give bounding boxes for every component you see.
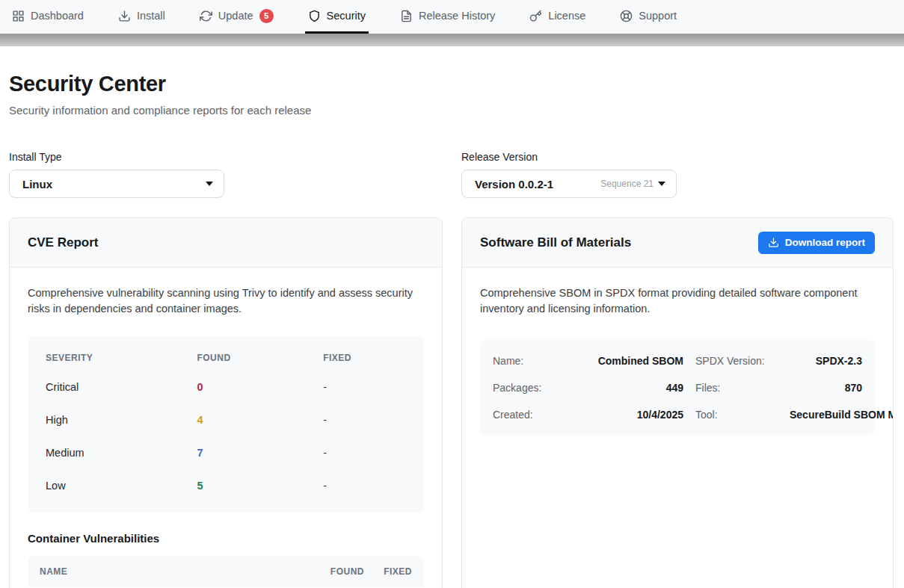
sbom-name-value: Combined SBOM: [571, 355, 683, 367]
cve-report-card: CVE Report Comprehensive vulnerability s…: [9, 217, 443, 588]
severity-column-header: Severity: [46, 353, 197, 363]
main-content: Security Center Security information and…: [0, 72, 904, 588]
release-version-label: Release Version: [461, 151, 894, 163]
found-count: 4: [197, 414, 323, 426]
cve-report-body: Comprehensive vulnerability scanning usi…: [10, 267, 442, 588]
nav-label: Support: [639, 10, 677, 22]
download-icon: [768, 237, 779, 248]
nav-label: Dashboard: [31, 10, 84, 22]
fixed-count: -: [323, 480, 406, 492]
nav-item-install[interactable]: Install: [115, 0, 168, 34]
release-version-value: Version 0.0.2-1: [475, 178, 600, 191]
fixed-count: -: [323, 381, 406, 393]
sbom-info-grid: Name: Combined SBOM SPDX Version: SPDX-2…: [480, 340, 875, 436]
severity-table: Severity Found Fixed Critical 0 - High 4…: [28, 336, 424, 513]
nav-item-release-history[interactable]: Release History: [397, 0, 498, 34]
sbom-spdx-version-label: SPDX Version:: [695, 355, 778, 367]
sbom-info-row: Name: Combined SBOM SPDX Version: SPDX-2…: [493, 347, 862, 374]
download-icon: [118, 10, 131, 22]
nav-label: Install: [137, 10, 165, 22]
severity-row-high: High 4 -: [46, 403, 406, 436]
sbom-files-label: Files:: [695, 382, 778, 394]
cve-report-title: CVE Report: [28, 235, 98, 250]
nav-item-license[interactable]: License: [526, 0, 588, 34]
fixed-count: -: [323, 447, 406, 459]
sbom-body: Comprehensive SBOM in SPDX format provid…: [462, 267, 893, 454]
shield-icon: [308, 10, 321, 22]
severity-name: Low: [46, 480, 197, 492]
nav-label: Update: [218, 10, 253, 22]
severity-row-medium: Medium 7 -: [46, 436, 406, 469]
cve-report-description: Comprehensive vulnerability scanning usi…: [28, 285, 424, 317]
header-shadow-band: [0, 34, 904, 46]
top-navigation: Dashboard Install Update 5 Security Rele…: [0, 0, 904, 34]
filters-row: Install Type Linux Release Version Versi…: [9, 151, 895, 198]
download-report-label: Download report: [785, 237, 865, 248]
fixed-column-header: Fixed: [376, 566, 412, 577]
container-vulnerabilities-table-header: Name Found Fixed: [28, 556, 424, 587]
life-buoy-icon: [620, 10, 633, 22]
sbom-tool-label: Tool:: [695, 409, 778, 421]
nav-item-dashboard[interactable]: Dashboard: [9, 0, 87, 34]
sbom-packages-value: 449: [571, 382, 683, 394]
fixed-column-header: Fixed: [323, 353, 406, 363]
grid-icon: [12, 10, 25, 22]
nav-item-update[interactable]: Update 5: [197, 0, 277, 34]
nav-label: Release History: [419, 10, 495, 22]
sbom-info-row: Packages: 449 Files: 870: [493, 374, 862, 401]
release-version-filter: Release Version Version 0.0.2-1 Sequence…: [461, 151, 894, 198]
sbom-card: Software Bill of Materials Download repo…: [461, 217, 894, 588]
sbom-description: Comprehensive SBOM in SPDX format provid…: [480, 285, 875, 317]
install-type-value: Linux: [22, 178, 206, 191]
page-subtitle: Security information and compliance repo…: [9, 104, 895, 117]
severity-name: Critical: [46, 381, 197, 393]
refresh-icon: [200, 10, 212, 22]
nav-label: License: [548, 10, 585, 22]
sbom-tool-value: SecureBuild SBOM Merger: [790, 409, 894, 421]
nav-item-security[interactable]: Security: [305, 0, 369, 34]
nav-label: Security: [327, 10, 366, 22]
install-type-filter: Install Type Linux: [9, 151, 443, 198]
found-count: 7: [197, 447, 323, 459]
sbom-created-label: Created:: [493, 409, 559, 421]
sbom-title: Software Bill of Materials: [480, 235, 631, 250]
chevron-down-icon: [658, 182, 665, 186]
severity-name: High: [46, 414, 197, 426]
severity-table-header: Severity Found Fixed: [46, 345, 406, 371]
found-count: 0: [197, 381, 323, 393]
sbom-spdx-version-value: SPDX-2.3: [790, 355, 862, 367]
download-report-button[interactable]: Download report: [758, 232, 875, 254]
key-icon: [529, 10, 542, 22]
found-column-header: Found: [319, 566, 364, 577]
install-type-select[interactable]: Linux: [9, 170, 224, 198]
file-text-icon: [400, 10, 413, 22]
cards-row: CVE Report Comprehensive vulnerability s…: [9, 217, 895, 588]
sbom-files-value: 870: [790, 382, 862, 394]
install-type-label: Install Type: [9, 151, 443, 163]
sbom-info-row: Created: 10/4/2025 Tool: SecureBuild SBO…: [493, 401, 862, 428]
found-count: 5: [197, 480, 323, 492]
sbom-packages-label: Packages:: [493, 382, 559, 394]
sbom-header: Software Bill of Materials Download repo…: [462, 218, 893, 267]
fixed-count: -: [323, 414, 406, 426]
update-count-badge: 5: [259, 9, 274, 23]
severity-row-low: Low 5 -: [46, 469, 406, 502]
release-version-select[interactable]: Version 0.0.2-1 Sequence 21: [461, 170, 677, 198]
chevron-down-icon: [206, 182, 213, 186]
nav-item-support[interactable]: Support: [617, 0, 680, 34]
container-vulnerabilities-title: Container Vulnerabilities: [28, 532, 424, 545]
sbom-created-value: 10/4/2025: [571, 409, 683, 421]
release-sequence-meta: Sequence 21: [600, 179, 654, 189]
found-column-header: Found: [197, 353, 323, 363]
cve-report-header: CVE Report: [10, 218, 442, 267]
sbom-name-label: Name:: [493, 355, 559, 367]
page-title: Security Center: [9, 72, 895, 96]
name-column-header: Name: [40, 566, 307, 577]
severity-name: Medium: [46, 447, 197, 459]
severity-row-critical: Critical 0 -: [46, 371, 406, 403]
